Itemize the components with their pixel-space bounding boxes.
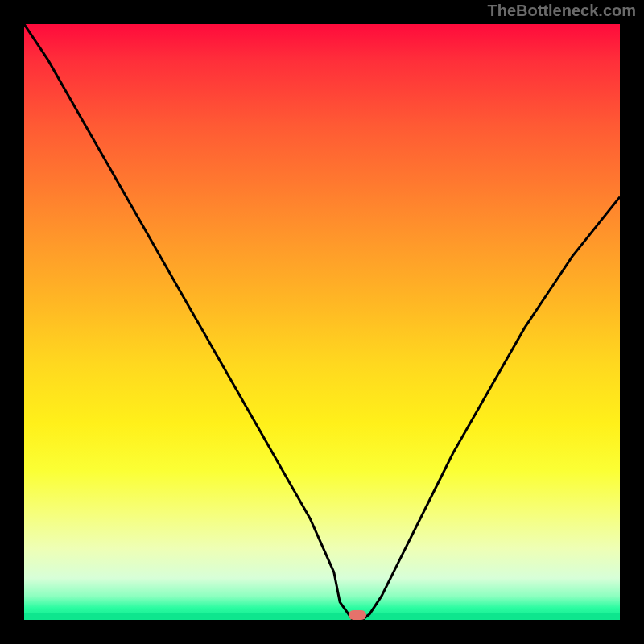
bottleneck-curve — [24, 24, 620, 620]
optimal-point-marker — [349, 610, 366, 620]
watermark-text: TheBottleneck.com — [488, 2, 636, 20]
plot-area — [24, 24, 620, 620]
